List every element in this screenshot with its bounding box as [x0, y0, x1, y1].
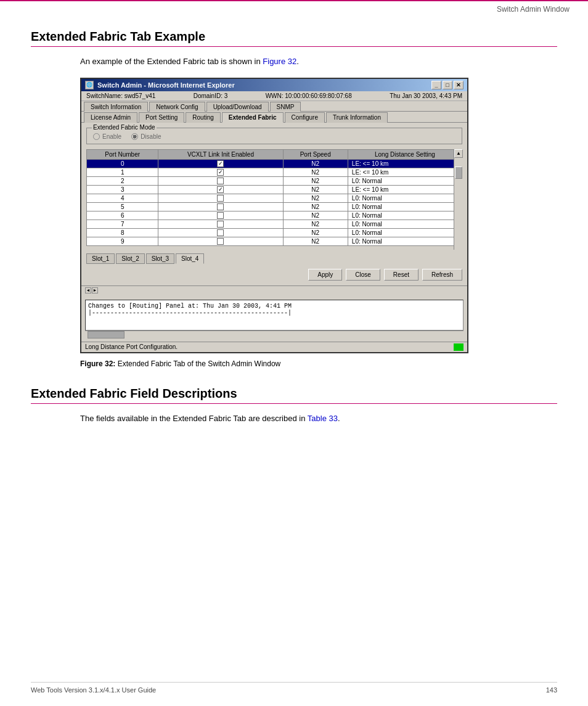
page-footer: Web Tools Version 3.1.x/4.1.x User Guide…	[31, 682, 557, 694]
figure-caption: Figure 32: Extended Fabric Tab of the Sw…	[80, 359, 557, 368]
vcxlt-cell[interactable]	[158, 202, 283, 211]
vcxlt-cell[interactable]	[158, 228, 283, 237]
distance-cell[interactable]: L0: Normal▼	[348, 237, 462, 245]
action-buttons: Apply Close Reset Refresh	[86, 269, 462, 281]
distance-cell[interactable]: LE: <= 10 km▼	[348, 168, 462, 176]
maximize-button[interactable]: □	[443, 81, 452, 89]
hscroll-thumb[interactable]	[88, 331, 125, 339]
tab-snmp[interactable]: SNMP	[270, 102, 301, 112]
vcxlt-cell[interactable]	[158, 237, 283, 245]
col-port-number: Port Number	[87, 149, 158, 159]
table-wrapper: Port Number VCXLT Link Init Enabled Port…	[86, 149, 462, 250]
vcxlt-cell[interactable]	[158, 159, 283, 168]
scroll-right-arrow[interactable]: ►	[92, 287, 98, 293]
disable-option[interactable]: Disable	[131, 133, 161, 140]
status-indicator	[454, 343, 463, 351]
figure-container: 🌐 Switch Admin - Microsoft Internet Expl…	[80, 78, 557, 368]
speed-cell: N2	[283, 185, 348, 194]
mode-options: Enable Disable	[93, 131, 455, 140]
titlebar-title: 🌐 Switch Admin - Microsoft Internet Expl…	[85, 81, 235, 89]
figure32-link[interactable]: Figure 32	[263, 57, 296, 66]
col-vcxlt: VCXLT Link Init Enabled	[158, 149, 283, 159]
vcxlt-cell[interactable]	[158, 185, 283, 194]
speed-cell: N2	[283, 176, 348, 185]
scroll-thumb[interactable]	[455, 166, 462, 179]
distance-cell[interactable]: LE: <= 10 km▼	[348, 185, 462, 194]
close-button[interactable]: Close	[346, 269, 380, 281]
port-number-cell: 5	[87, 202, 158, 211]
distance-cell[interactable]: L0: Normal▼	[348, 228, 462, 237]
titlebar: 🌐 Switch Admin - Microsoft Internet Expl…	[81, 79, 467, 91]
status-log-divider: |---------------------------------------…	[88, 310, 460, 316]
distance-cell[interactable]: L0: Normal▼	[348, 194, 462, 202]
port-table: Port Number VCXLT Link Init Enabled Port…	[86, 149, 462, 246]
apply-button[interactable]: Apply	[308, 269, 342, 281]
mode-box: Extended Fabric Mode Enable Disable	[86, 128, 462, 144]
section2-title: Extended Fabric Field Descriptions	[31, 387, 557, 404]
domain-id: DomainID: 3	[194, 92, 228, 99]
distance-cell[interactable]: L0: Normal▼	[348, 202, 462, 211]
distance-cell[interactable]: L0: Normal▼	[348, 176, 462, 185]
reset-button[interactable]: Reset	[384, 269, 419, 281]
section2-intro: The fields available in the Extended Fab…	[80, 413, 557, 425]
tab-license-admin[interactable]: License Admin	[84, 112, 137, 123]
scroll-up-arrow[interactable]: ▲	[454, 149, 463, 158]
status-bar: Long Distance Port Configuration.	[81, 342, 467, 352]
tab-trunk-information[interactable]: Trunk Information	[326, 112, 388, 123]
tab-switch-information[interactable]: Switch Information	[84, 102, 148, 112]
slot-tab-1[interactable]: Slot_1	[86, 253, 115, 264]
disable-radio[interactable]	[131, 133, 138, 140]
tab-extended-fabric[interactable]: Extended Fabric	[222, 112, 284, 123]
enable-radio[interactable]	[93, 133, 100, 140]
vcxlt-cell[interactable]	[158, 176, 283, 185]
info-bar: SwitchName: swd57_v41 DomainID: 3 WWN: 1…	[81, 91, 467, 101]
scroll-left-arrow[interactable]: ◄	[85, 287, 91, 293]
table33-link[interactable]: Table 33	[308, 414, 338, 423]
section1-intro: An example of the Extended Fabric tab is…	[80, 55, 557, 68]
tab-upload-download[interactable]: Upload/Download	[206, 102, 269, 112]
hscrollbar[interactable]	[85, 330, 463, 339]
datetime: Thu Jan 30 2003, 4:43 PM	[390, 92, 462, 99]
intro-text: An example of the Extended Fabric tab is…	[80, 57, 261, 66]
scroll-indicator-row: ◄ ►	[81, 285, 467, 295]
slot-tab-2[interactable]: Slot_2	[116, 253, 144, 264]
close-button[interactable]: ✕	[454, 81, 463, 89]
col-long-distance: Long Distance Setting	[348, 149, 462, 159]
footer-right: 143	[546, 686, 557, 694]
table-scrollbar[interactable]: ▲	[454, 149, 462, 250]
switch-name: SwitchName: swd57_v41	[86, 92, 155, 99]
slot-tab-4[interactable]: Slot_4	[176, 253, 204, 264]
win-controls: _ □ ✕	[431, 81, 463, 89]
distance-cell[interactable]: L0: Normal▼	[348, 211, 462, 220]
app-icon: 🌐	[85, 81, 94, 89]
vcxlt-cell[interactable]	[158, 211, 283, 220]
status-log-text: Changes to [Routing] Panel at: Thu Jan 3…	[88, 303, 460, 310]
status-log: Changes to [Routing] Panel at: Thu Jan 3…	[85, 300, 463, 330]
distance-cell[interactable]: L0: Normal▼	[348, 220, 462, 228]
speed-cell: N2	[283, 168, 348, 176]
tab-port-setting[interactable]: Port Setting	[139, 112, 184, 123]
disable-label: Disable	[141, 133, 161, 140]
section2-intro-text: The fields available in the Extended Fab…	[80, 414, 305, 423]
vcxlt-cell[interactable]	[158, 168, 283, 176]
tab-routing[interactable]: Routing	[186, 112, 220, 123]
minimize-button[interactable]: _	[431, 81, 441, 89]
refresh-button[interactable]: Refresh	[422, 269, 462, 281]
enable-option[interactable]: Enable	[93, 133, 121, 140]
figure-text: Extended Fabric Tab of the Switch Admin …	[115, 359, 280, 368]
distance-cell[interactable]: LE: <= 10 km▼	[348, 159, 462, 168]
port-number-cell: 7	[87, 220, 158, 228]
tabs-row1: Switch Information Network Config Upload…	[81, 101, 467, 112]
status-bar-text: Long Distance Port Configuration.	[85, 343, 178, 350]
slot-tabs: Slot_1 Slot_2 Slot_3 Slot_4	[86, 253, 462, 264]
vcxlt-cell[interactable]	[158, 194, 283, 202]
tab-configure[interactable]: Configure	[285, 112, 325, 123]
slot-tab-3[interactable]: Slot_3	[146, 253, 174, 264]
port-number-cell: 3	[87, 185, 158, 194]
vcxlt-cell[interactable]	[158, 220, 283, 228]
speed-cell: N2	[283, 220, 348, 228]
tab-network-config[interactable]: Network Config	[149, 102, 205, 112]
page-header: Switch Admin Window	[0, 0, 588, 17]
main-content: Extended Fabric Mode Enable Disable	[81, 123, 467, 285]
port-number-cell: 6	[87, 211, 158, 220]
